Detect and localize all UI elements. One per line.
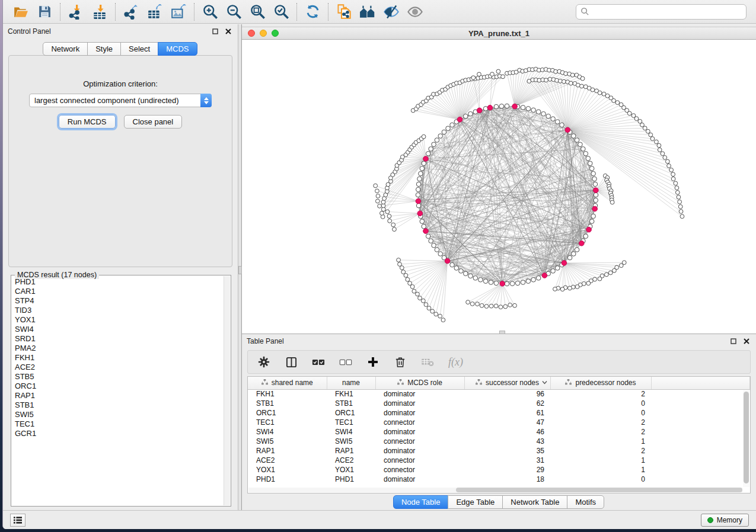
table-cell[interactable]: 0 [550,399,651,408]
table-cell[interactable]: connector [375,418,464,427]
table-cell[interactable]: 96 [464,389,550,399]
table-cell[interactable]: connector [375,456,464,465]
table-cell[interactable]: ORC1 [248,408,327,418]
mcds-result-item[interactable]: STB1 [13,400,223,410]
table-cell[interactable]: 62 [464,399,550,408]
table-row[interactable]: SWI4SWI4dominator462 [248,427,750,437]
table-cell[interactable]: 43 [464,437,550,446]
close-table-panel-icon[interactable] [742,336,751,346]
mcds-result-item[interactable]: ACE2 [13,363,223,372]
mcds-result-item[interactable]: PHD1 [13,277,223,287]
search-input[interactable] [592,7,742,16]
table-cell[interactable]: YOX1 [248,465,327,475]
hide-selected-icon[interactable] [383,4,400,20]
zoom-in-icon[interactable] [202,4,218,20]
table-cell[interactable]: dominator [375,399,464,408]
table-cell[interactable]: SWI4 [248,427,327,437]
horizontal-splitter-grip[interactable] [499,331,505,334]
table-cell[interactable]: FKH1 [327,389,375,399]
tab-motifs[interactable]: Motifs [567,495,604,509]
criterion-select[interactable]: largest connected component (undirected) [29,94,212,107]
mcds-result-item[interactable]: SRD1 [13,334,223,344]
first-neighbors-icon[interactable] [359,4,376,20]
refresh-icon[interactable] [304,4,321,20]
import-network-icon[interactable] [68,4,84,20]
delete-column-icon[interactable] [394,355,407,368]
table-cell[interactable]: PHD1 [327,475,375,484]
network-window-titlebar[interactable]: YPA_prune.txt_1 [242,27,756,40]
mcds-result-item[interactable]: STB5 [13,372,223,382]
table-row[interactable]: TEC1TEC1connector472 [248,418,750,427]
column-header-shared-name[interactable]: shared name [248,377,327,389]
add-column-icon[interactable] [366,355,379,368]
table-cell[interactable]: RAP1 [327,446,375,456]
table-cell[interactable]: 61 [464,408,550,418]
table-vertical-scrollbar[interactable] [743,390,749,487]
save-session-icon[interactable] [36,4,53,20]
column-header-predecessor-nodes[interactable]: predecessor nodes [550,377,651,389]
network-canvas[interactable] [242,40,756,334]
table-cell[interactable]: STB1 [327,399,375,408]
mcds-result-item[interactable]: STP4 [13,296,223,306]
table-cell[interactable]: 1 [550,437,651,446]
table-cell[interactable]: RAP1 [248,446,327,456]
table-row[interactable]: PHD1PHD1dominator180 [248,475,750,484]
column-header-successor-nodes[interactable]: successor nodes [464,377,550,389]
tab-network-table[interactable]: Network Table [502,495,567,509]
float-table-panel-icon[interactable] [729,336,738,346]
table-row[interactable]: ORC1ORC1dominator610 [248,408,750,418]
table-horizontal-scrollbar[interactable] [248,488,742,492]
tab-network[interactable]: Network [43,42,88,56]
import-table-icon[interactable] [91,4,108,20]
table-cell[interactable]: 29 [464,465,550,475]
table-cell[interactable]: connector [375,465,464,475]
mcds-result-item[interactable]: FKH1 [13,353,223,363]
table-cell[interactable]: 2 [550,427,651,437]
table-cell[interactable]: ACE2 [248,456,327,465]
table-cell[interactable]: 1 [550,456,651,465]
table-cell[interactable]: PHD1 [248,475,327,484]
tab-node-table[interactable]: Node Table [393,495,449,509]
float-panel-icon[interactable] [210,27,220,36]
select-all-icon[interactable] [312,355,325,368]
show-columns-icon[interactable] [285,355,298,368]
zoom-fit-icon[interactable] [249,4,266,20]
vertical-splitter[interactable] [238,24,242,510]
mcds-result-item[interactable]: SWI5 [13,410,223,419]
table-cell[interactable]: 35 [464,446,550,456]
export-image-icon[interactable] [170,4,187,20]
tab-mcds[interactable]: MCDS [158,42,197,56]
table-row[interactable]: FKH1FKH1dominator962 [248,389,750,399]
table-cell[interactable]: 47 [464,418,550,427]
table-cell[interactable]: SWI4 [327,427,375,437]
mcds-result-item[interactable]: TEC1 [13,419,223,429]
mcds-result-item[interactable]: CAR1 [13,287,223,296]
task-history-button[interactable] [10,514,25,527]
export-table-icon[interactable] [146,4,163,20]
column-header-mcds-role[interactable]: MCDS role [375,377,464,389]
table-cell[interactable]: 31 [464,456,550,465]
mcds-result-item[interactable]: YOX1 [13,315,223,325]
table-cell[interactable]: SWI5 [248,437,327,446]
zoom-out-icon[interactable] [225,4,242,20]
table-cell[interactable]: connector [375,437,464,446]
table-row[interactable]: RAP1RAP1dominator352 [248,446,750,456]
open-file-icon[interactable] [12,4,29,20]
mcds-result-item[interactable]: GCR1 [13,429,223,438]
export-network-icon[interactable] [123,4,139,20]
table-row[interactable]: SWI5SWI5connector431 [248,437,750,446]
table-cell[interactable]: 2 [550,418,651,427]
table-cell[interactable]: TEC1 [327,418,375,427]
table-cell[interactable]: ORC1 [327,408,375,418]
mcds-result-item[interactable]: TID3 [13,306,223,315]
close-panel-button[interactable]: Close panel [124,115,183,129]
table-cell[interactable]: dominator [375,446,464,456]
mcds-result-item[interactable]: ORC1 [13,382,223,391]
table-cell[interactable]: 2 [550,389,651,399]
table-cell[interactable]: 1 [550,465,651,475]
table-cell[interactable]: 18 [464,475,550,484]
run-mcds-button[interactable]: Run MCDS [59,115,116,129]
tab-select[interactable]: Select [120,42,158,56]
table-cell[interactable]: dominator [375,408,464,418]
show-all-icon[interactable] [407,4,423,20]
